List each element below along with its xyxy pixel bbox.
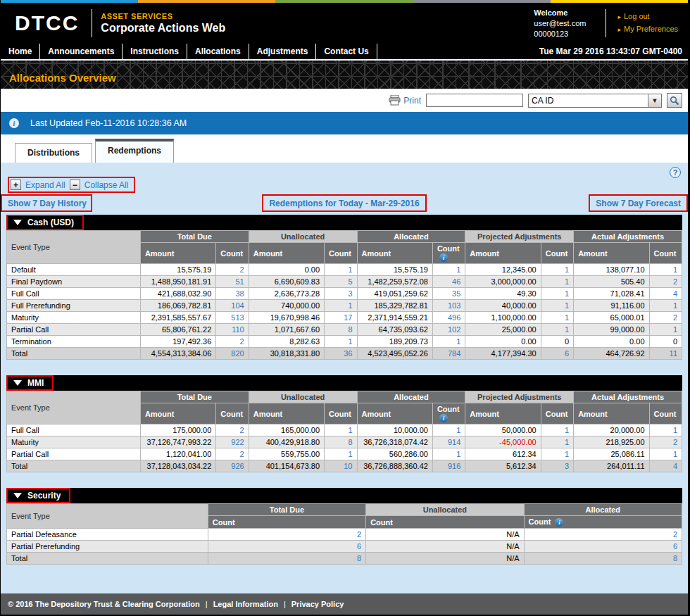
tab-redemptions[interactable]: Redemptions — [95, 139, 174, 163]
count-cell[interactable]: 35 — [432, 288, 465, 300]
amount-cell: 4,554,313,384.06 — [140, 348, 215, 360]
count-cell[interactable]: 11 — [649, 348, 682, 360]
info-icon[interactable]: i — [439, 414, 448, 422]
tab-distributions[interactable]: Distributions — [15, 143, 92, 163]
count-cell[interactable]: 2 — [208, 529, 365, 541]
count-cell[interactable]: 496 — [432, 312, 465, 324]
count-cell[interactable]: 1 — [649, 425, 682, 436]
count-cell[interactable]: 1 — [541, 300, 573, 312]
show-7-day-forecast-link[interactable]: Show 7 Day Forecast — [596, 199, 681, 208]
count-cell[interactable]: 4 — [649, 288, 682, 300]
section-title-box[interactable]: MMI — [6, 375, 54, 391]
show-7-day-history-link[interactable]: Show 7 Day History — [8, 199, 87, 208]
count-cell[interactable]: 2 — [524, 529, 682, 541]
search-button[interactable] — [667, 93, 682, 108]
count-cell[interactable]: 784 — [432, 348, 465, 360]
count-cell[interactable]: 1 — [541, 448, 573, 460]
count-cell[interactable]: 2 — [216, 336, 249, 348]
count-cell[interactable]: 922 — [216, 436, 249, 448]
count-cell[interactable]: 46 — [432, 276, 465, 288]
amount-cell: 71,028.41 — [574, 288, 649, 300]
count-cell[interactable]: 1 — [541, 436, 573, 448]
help-icon[interactable]: ? — [670, 167, 681, 178]
print-button[interactable]: Print — [389, 95, 421, 106]
my-preferences-link[interactable]: My Preferences — [617, 23, 678, 36]
expand-all-link[interactable]: Expand All — [25, 180, 65, 190]
count-cell[interactable]: 2 — [649, 436, 682, 448]
info-icon[interactable]: i — [555, 518, 563, 527]
count-cell[interactable]: 1 — [649, 324, 682, 336]
count-cell[interactable]: 1 — [432, 336, 465, 348]
collapse-all-icon[interactable]: − — [70, 180, 80, 190]
section-title-box[interactable]: Cash (USD) — [6, 215, 84, 230]
count-cell[interactable]: 1 — [541, 276, 573, 288]
count-cell[interactable]: 10 — [325, 460, 357, 472]
count-cell[interactable]: 2 — [216, 448, 249, 460]
count-cell[interactable]: 1 — [325, 264, 357, 276]
count-cell[interactable]: 103 — [432, 300, 465, 312]
nav-item-instructions[interactable]: Instructions — [123, 44, 187, 59]
count-cell[interactable]: 1 — [325, 425, 357, 436]
count-cell[interactable]: 6 — [541, 348, 573, 360]
count-cell[interactable]: 2 — [649, 312, 682, 324]
count-cell[interactable]: 8 — [208, 553, 365, 565]
count-cell[interactable]: 5 — [325, 276, 357, 288]
count-cell[interactable]: 1 — [541, 324, 573, 336]
count-cell[interactable]: 36 — [325, 348, 357, 360]
count-cell[interactable]: 8 — [325, 436, 357, 448]
amount-cell: 0.00 — [249, 264, 324, 276]
section-title-box[interactable]: Security — [6, 488, 70, 503]
count-cell[interactable]: 3 — [541, 460, 573, 472]
count-cell[interactable]: 1 — [325, 300, 357, 312]
count-cell[interactable]: 914 — [432, 436, 465, 448]
count-cell[interactable]: 1 — [432, 264, 465, 276]
amount-cell: 15,575.19 — [140, 264, 215, 276]
count-cell[interactable]: 1 — [432, 448, 465, 460]
column-header: Count — [325, 243, 357, 264]
collapse-all-link[interactable]: Collapse All — [84, 180, 129, 190]
count-cell[interactable]: 1 — [541, 312, 573, 324]
count-cell[interactable]: 2 — [216, 264, 249, 276]
nav-item-home[interactable]: Home — [1, 44, 40, 59]
count-cell[interactable]: 1 — [325, 448, 357, 460]
nav-item-allocations[interactable]: Allocations — [187, 44, 249, 59]
count-cell[interactable]: 38 — [216, 288, 249, 300]
search-category-select[interactable]: CA ID ▼ — [528, 94, 662, 108]
nav-item-adjustments[interactable]: Adjustments — [249, 44, 317, 59]
count-cell[interactable]: 926 — [216, 460, 249, 472]
count-cell[interactable]: 6 — [208, 541, 365, 553]
count-cell[interactable]: 2 — [216, 425, 249, 436]
count-cell[interactable]: 513 — [216, 312, 249, 324]
logout-link[interactable]: Log out — [617, 11, 678, 23]
nav-item-announcements[interactable]: Announcements — [40, 44, 123, 59]
count-cell[interactable]: 1 — [541, 425, 573, 436]
expand-all-icon[interactable]: + — [11, 180, 21, 190]
count-cell[interactable]: 820 — [216, 348, 249, 360]
count-cell[interactable]: 1 — [432, 425, 465, 436]
count-cell[interactable]: 102 — [432, 324, 465, 336]
count-cell[interactable]: 17 — [325, 312, 357, 324]
count-cell[interactable]: 6 — [524, 541, 682, 553]
privacy-policy-link[interactable]: Privacy Policy — [291, 600, 344, 608]
count-cell[interactable]: 51 — [216, 276, 249, 288]
count-cell[interactable]: 104 — [216, 300, 249, 312]
count-cell[interactable]: 1 — [541, 264, 573, 276]
count-cell[interactable]: 1 — [541, 288, 573, 300]
count-cell[interactable]: 1 — [649, 264, 682, 276]
info-icon[interactable]: i — [439, 253, 448, 262]
search-input[interactable] — [426, 94, 523, 107]
count-cell[interactable]: 4 — [649, 460, 682, 472]
amount-cell: 0.00 — [574, 336, 649, 348]
amount-cell: 6,690,609.83 — [249, 276, 324, 288]
count-cell[interactable]: 1 — [325, 336, 357, 348]
count-cell[interactable]: 1 — [649, 448, 682, 460]
nav-item-contact-us[interactable]: Contact Us — [316, 44, 377, 59]
legal-information-link[interactable]: Legal Information — [213, 600, 278, 608]
count-cell[interactable]: 916 — [432, 460, 465, 472]
count-cell[interactable]: 3 — [325, 288, 357, 300]
count-cell[interactable]: 1 — [649, 300, 682, 312]
count-cell[interactable]: 2 — [649, 276, 682, 288]
count-cell[interactable]: 110 — [216, 324, 249, 336]
count-cell[interactable]: 8 — [524, 553, 682, 565]
count-cell[interactable]: 8 — [325, 324, 357, 336]
